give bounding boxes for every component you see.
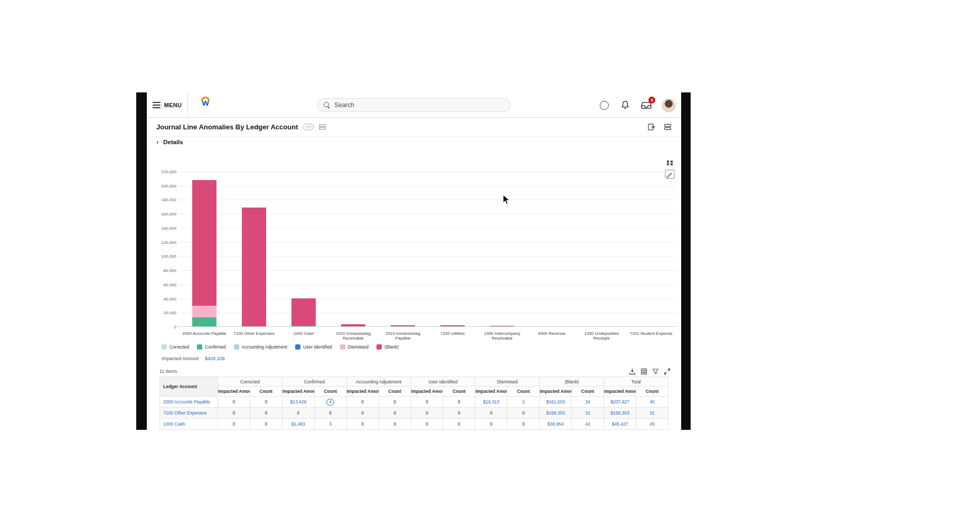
table-cell[interactable]: 0 bbox=[411, 397, 443, 408]
table-cell[interactable]: $13,429 bbox=[282, 397, 314, 408]
impacted-amount-value[interactable]: $428,109 bbox=[205, 356, 225, 361]
subheader-count[interactable]: Count bbox=[443, 387, 475, 397]
table-cell[interactable]: 0 bbox=[314, 408, 346, 419]
table-cell[interactable]: $169,303 bbox=[604, 408, 636, 419]
table-cell[interactable]: 0 bbox=[250, 397, 282, 408]
y-tick-label: 0 bbox=[174, 325, 176, 330]
table-cell[interactable]: 3 bbox=[314, 419, 346, 430]
group-header[interactable]: User Identified bbox=[411, 377, 475, 387]
notifications-button[interactable] bbox=[619, 99, 631, 111]
table-cell[interactable]: 0 bbox=[346, 397, 379, 408]
search-input[interactable] bbox=[334, 101, 504, 109]
subheader-count[interactable]: Count bbox=[636, 387, 668, 397]
table-cell[interactable]: 31 bbox=[572, 408, 604, 419]
table-cell[interactable]: $16,313 bbox=[475, 397, 507, 408]
bar-segment[interactable] bbox=[192, 317, 216, 327]
table-cell[interactable]: $161,503 bbox=[540, 397, 572, 408]
ledger-account-link[interactable]: 1000 Cash bbox=[160, 419, 218, 430]
x-category-label: 7200 Utilities bbox=[428, 331, 477, 336]
group-header[interactable]: Total bbox=[604, 377, 668, 387]
group-header[interactable]: Corrected bbox=[218, 377, 282, 387]
table-cell[interactable]: 4 bbox=[314, 397, 346, 408]
table-cell[interactable]: 0 bbox=[411, 408, 443, 419]
subheader-impacted-amount[interactable]: Impacted Amount bbox=[604, 387, 636, 397]
table-cell[interactable]: 2 bbox=[507, 397, 540, 408]
subheader-impacted-amount[interactable]: Impacted Amount bbox=[346, 387, 379, 397]
ledger-account-header[interactable]: Ledger Account bbox=[160, 377, 218, 397]
table-cell[interactable]: 0 bbox=[507, 408, 540, 419]
table-cell[interactable]: 0 bbox=[346, 419, 379, 430]
table-cell[interactable]: $45,427 bbox=[604, 419, 636, 430]
legend-item[interactable]: Confirmed bbox=[197, 344, 225, 350]
table-cell[interactable]: 0 bbox=[507, 419, 540, 430]
group-header[interactable]: Confirmed bbox=[282, 377, 346, 387]
table-cell[interactable]: 0 bbox=[250, 408, 282, 419]
table-cell[interactable]: 0 bbox=[475, 419, 507, 430]
table-cell[interactable]: 0 bbox=[218, 397, 250, 408]
ledger-account-link[interactable]: 2000 Accounts Payable bbox=[160, 397, 218, 408]
related-actions-button[interactable] bbox=[319, 124, 326, 130]
subheader-impacted-amount[interactable]: Impacted Amount bbox=[411, 387, 443, 397]
table-cell[interactable]: $38,954 bbox=[540, 419, 572, 430]
table-cell[interactable]: 0 bbox=[379, 397, 411, 408]
table-cell[interactable]: 0 bbox=[443, 419, 475, 430]
legend-item[interactable]: (Blank) bbox=[376, 344, 399, 350]
export-table-button[interactable] bbox=[629, 368, 636, 375]
expand-table-button[interactable] bbox=[664, 368, 671, 375]
table-cell[interactable]: $169,303 bbox=[540, 408, 572, 419]
x-category-label: 1000 Cash bbox=[279, 331, 328, 336]
subheader-count[interactable]: Count bbox=[250, 387, 282, 397]
table-cell[interactable]: $1,493 bbox=[282, 419, 314, 430]
table-cell[interactable]: 0 bbox=[250, 419, 282, 430]
group-header[interactable]: Accounting Adjustment bbox=[346, 377, 411, 387]
bar-segment[interactable] bbox=[192, 306, 216, 317]
toggle-layout-button[interactable] bbox=[664, 123, 672, 131]
details-expander[interactable]: › Details bbox=[156, 139, 183, 145]
table-cell[interactable]: 31 bbox=[636, 408, 668, 419]
table-cell[interactable]: 0 bbox=[379, 408, 411, 419]
group-header[interactable]: (Blank) bbox=[540, 377, 604, 387]
subheader-impacted-amount[interactable]: Impacted Amount bbox=[540, 387, 572, 397]
table-cell[interactable]: 0 bbox=[443, 408, 475, 419]
global-search[interactable] bbox=[317, 98, 511, 112]
subheader-count[interactable]: Count bbox=[507, 387, 540, 397]
table-cell[interactable]: 0 bbox=[218, 419, 250, 430]
export-report-button[interactable] bbox=[647, 123, 655, 131]
bar-segment[interactable] bbox=[242, 208, 266, 327]
chat-button[interactable] bbox=[598, 99, 610, 111]
table-cell[interactable]: 0 bbox=[411, 419, 443, 430]
subheader-impacted-amount[interactable]: Impacted Amount bbox=[282, 387, 314, 397]
chart-settings-button[interactable] bbox=[666, 160, 673, 166]
subheader-count[interactable]: Count bbox=[314, 387, 346, 397]
legend-item[interactable]: Accounting Adjustment bbox=[234, 344, 287, 350]
bar-segment[interactable] bbox=[192, 180, 216, 306]
more-actions-button[interactable]: ⋯ bbox=[303, 124, 314, 130]
table-cell[interactable]: 40 bbox=[636, 397, 668, 408]
table-cell[interactable]: 0 bbox=[443, 397, 475, 408]
subheader-impacted-amount[interactable]: Impacted Amount bbox=[475, 387, 507, 397]
legend-item[interactable]: Dismissed bbox=[340, 344, 369, 350]
table-cell[interactable]: 0 bbox=[379, 419, 411, 430]
bar-segment[interactable] bbox=[291, 298, 316, 326]
profile-avatar[interactable] bbox=[662, 98, 676, 112]
ledger-account-link[interactable]: 7100 Other Expenses bbox=[160, 408, 218, 419]
grid-view-button[interactable] bbox=[640, 368, 647, 375]
subheader-count[interactable]: Count bbox=[572, 387, 604, 397]
filter-button[interactable] bbox=[652, 368, 659, 375]
table-cell[interactable]: 42 bbox=[572, 419, 604, 430]
workday-logo[interactable]: w bbox=[197, 97, 213, 114]
legend-item[interactable]: Corrected bbox=[162, 344, 189, 350]
table-cell[interactable]: 34 bbox=[572, 397, 604, 408]
table-cell[interactable]: $207,827 bbox=[604, 397, 636, 408]
table-cell[interactable]: 0 bbox=[346, 408, 379, 419]
subheader-impacted-amount[interactable]: Impacted Amount bbox=[218, 387, 250, 397]
subheader-count[interactable]: Count bbox=[379, 387, 411, 397]
table-cell[interactable]: 0 bbox=[218, 408, 250, 419]
legend-item[interactable]: User Identified bbox=[295, 344, 332, 350]
table-cell[interactable]: 0 bbox=[475, 408, 507, 419]
table-cell[interactable]: 45 bbox=[636, 419, 668, 430]
inbox-button[interactable]: 3 bbox=[640, 99, 652, 111]
group-header[interactable]: Dismissed bbox=[475, 377, 540, 387]
menu-button[interactable]: MENU bbox=[147, 92, 188, 118]
table-cell[interactable]: 0 bbox=[282, 408, 314, 419]
